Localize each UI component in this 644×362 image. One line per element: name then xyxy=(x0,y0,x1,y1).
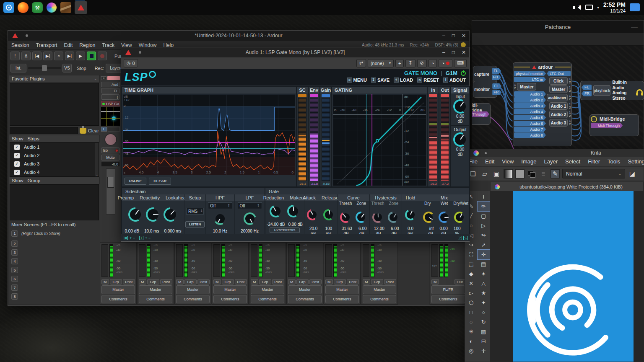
minimize-button[interactable]: – xyxy=(442,33,445,39)
ubuntustudio-menu-icon[interactable] xyxy=(3,2,14,13)
comments-button[interactable]: Comments xyxy=(101,295,135,304)
plugin-search-input[interactable] xyxy=(10,127,78,134)
port-audio[interactable]: Audio 8 xyxy=(514,132,546,138)
krita-tool-icon[interactable]: ⊟ xyxy=(478,336,490,346)
krita-tool-icon[interactable]: ◎ xyxy=(465,346,478,356)
scene-button[interactable]: 6 xyxy=(11,276,18,282)
port-audio3-out[interactable]: Audio 3 xyxy=(549,119,568,127)
ardour-titlebar[interactable]: *Untitled-2024-10-01-14-50-13 - Ardour –… xyxy=(8,31,469,41)
gain-display[interactable]: -0.0 xyxy=(101,162,120,167)
port-audio[interactable]: Audio 3 xyxy=(514,103,546,109)
group-button[interactable]: Grp xyxy=(110,279,122,284)
strip-row[interactable]: ✓Audio 4 xyxy=(10,168,99,176)
maximize-button[interactable]: □ xyxy=(452,49,455,55)
about-button[interactable]: iABOUT xyxy=(443,78,466,83)
group-list[interactable] xyxy=(10,184,99,220)
output-button[interactable]: FL/FR xyxy=(431,285,465,294)
stop-button[interactable] xyxy=(87,52,96,60)
gradient-chooser[interactable] xyxy=(504,169,513,178)
ardour-menu-item[interactable]: Region xyxy=(76,42,99,48)
favorites-header[interactable]: Favorite Plugins ⌄ xyxy=(9,75,100,83)
analysis-button[interactable]: ◔ xyxy=(439,59,452,67)
group-button[interactable]: Grp xyxy=(222,279,234,284)
plugin-active-led[interactable] xyxy=(102,103,105,105)
ardour-menu-item[interactable]: Transport xyxy=(33,42,61,48)
collapse-icon[interactable]: ⌄ xyxy=(94,77,97,81)
curve-zone-knob[interactable] xyxy=(356,212,367,223)
krita-tool-icon[interactable]: ▢ xyxy=(478,211,490,221)
group-button[interactable]: Grp xyxy=(334,279,346,284)
krita-menu-item[interactable]: Layer xyxy=(540,158,561,165)
blend-mode-select[interactable]: Normal ⌄ xyxy=(562,169,625,178)
menu-button[interactable]: ≡MENU xyxy=(347,78,367,83)
krita-tool-icon[interactable]: ▤ xyxy=(478,259,490,269)
reduction-knob[interactable] xyxy=(270,205,282,217)
krita-taskbar-icon[interactable] xyxy=(60,2,71,13)
krita-titlebar[interactable]: Krita xyxy=(465,149,644,157)
release-knob[interactable] xyxy=(323,209,335,220)
krita-tool-icon[interactable]: △ xyxy=(478,279,490,288)
krita-tool-icon[interactable]: ↻ xyxy=(478,317,490,327)
go-start-button[interactable]: |◀ xyxy=(32,52,42,60)
port-auditioner[interactable]: auditioner xyxy=(547,94,568,101)
port-physical-monitor[interactable]: physical monitor xyxy=(514,71,546,76)
playback-node[interactable]: FL FR playback Built-in Audio Analog Ste… xyxy=(580,81,644,100)
krita-menu-item[interactable]: Settings xyxy=(624,158,644,165)
krita-canvas[interactable] xyxy=(490,191,644,362)
maximize-button[interactable]: □ xyxy=(452,33,455,39)
monitor-node[interactable]: monitor FL FR xyxy=(473,81,497,98)
tray-chevron-icon[interactable]: ▾ xyxy=(597,5,599,10)
mute-button[interactable]: M xyxy=(251,279,258,284)
notifications-icon[interactable] xyxy=(630,3,640,11)
comments-button[interactable]: Comments xyxy=(288,295,322,304)
metering-point-button[interactable]: Post xyxy=(160,279,172,284)
strip-row[interactable]: ✓Audio 2 xyxy=(10,151,99,160)
krita-menu-item[interactable]: Tools xyxy=(604,158,624,165)
auto-return-button[interactable]: ▶| xyxy=(65,52,74,60)
comments-button[interactable]: Comments xyxy=(325,295,359,304)
mixer-strip[interactable]: -25-30-40-50dBFS M Grp Post Master Comme… xyxy=(361,242,398,305)
strip-color-bar[interactable] xyxy=(107,76,120,80)
midi-panic-button[interactable]: ! xyxy=(10,52,20,60)
fader-handle[interactable] xyxy=(107,177,114,188)
port-audio[interactable]: Audio 7 xyxy=(514,127,546,132)
resize-icon[interactable]: ⤡ xyxy=(463,236,467,240)
mixer-strip[interactable]: -25-30-40-50dBFS M Grp Post Master Comme… xyxy=(174,242,211,305)
output-button[interactable]: Master xyxy=(213,285,247,294)
go-end-button[interactable]: ▶| xyxy=(43,52,52,60)
automation-clock-button[interactable]: ◷0 xyxy=(124,59,138,67)
port-fr[interactable]: FR xyxy=(492,75,501,80)
output-button[interactable]: Master xyxy=(101,285,135,294)
time-graph[interactable]: dB +12 0 -12 -24 -36 -48 -60 s4.543.532.… xyxy=(123,94,295,175)
open-document-icon[interactable]: ▱ xyxy=(480,169,489,178)
port-master-out[interactable]: Master xyxy=(549,85,568,93)
fader-slot[interactable] xyxy=(288,244,295,277)
port-fl[interactable]: FL xyxy=(582,85,592,90)
scene-button[interactable]: 1 xyxy=(11,230,18,237)
output-button[interactable]: Master xyxy=(139,285,172,294)
mixer-strip[interactable]: -25-30-40-50dBFS M Grp Post Master Comme… xyxy=(286,242,323,305)
midi-bridge-node[interactable]: Midi-Bridge Midi Through xyxy=(589,114,639,136)
mixer-strip[interactable]: -25-30-40-50dBFS M Grp Post Master Comme… xyxy=(212,242,249,305)
scene-button[interactable]: 5 xyxy=(11,267,18,273)
save-preset-button[interactable]: ↧ xyxy=(405,59,415,67)
close-button[interactable]: ✕ xyxy=(462,49,466,55)
scene-button[interactable]: 7 xyxy=(11,284,18,291)
latency-tab[interactable]: L xyxy=(101,127,107,132)
close-button[interactable]: ✕ xyxy=(462,33,466,39)
hyst-zone-knob[interactable] xyxy=(388,212,399,223)
curve-node-icon[interactable] xyxy=(376,139,379,142)
midi-bridge-node-clipped[interactable]: Midi-Bridge Midi Through xyxy=(472,103,491,125)
scene-button[interactable]: 4 xyxy=(11,258,18,264)
port-click[interactable]: Click xyxy=(549,77,568,85)
power-icon[interactable] xyxy=(461,71,466,76)
brush-editor-icon[interactable]: ✎ xyxy=(551,169,560,178)
mute-button[interactable]: M xyxy=(325,279,333,284)
krita-tool-icon[interactable]: T xyxy=(478,192,490,202)
fader-slot[interactable] xyxy=(363,244,369,277)
group-button[interactable]: Grp xyxy=(371,279,383,284)
load-button[interactable]: ↥LOAD xyxy=(394,78,413,83)
bypass-button[interactable]: ⊘ xyxy=(417,59,427,67)
mute-button[interactable]: M xyxy=(213,279,221,284)
port-audio1-out[interactable]: Audio 1 xyxy=(549,102,568,110)
